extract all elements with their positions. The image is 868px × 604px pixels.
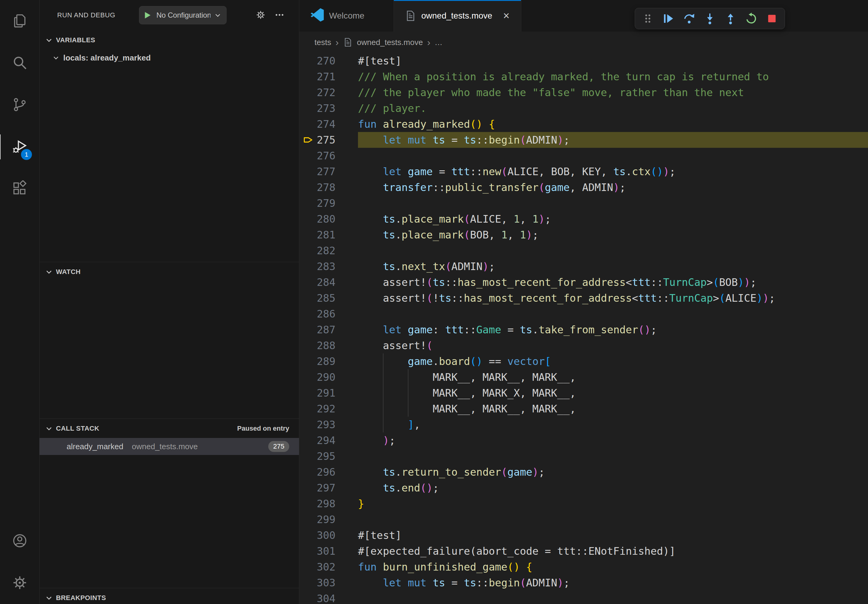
step-into-button[interactable]: [700, 10, 719, 27]
breakpoint-gutter[interactable]: [299, 227, 316, 243]
restart-button[interactable]: [741, 10, 761, 27]
step-out-button[interactable]: [721, 10, 740, 27]
breakpoint-gutter[interactable]: [299, 85, 316, 101]
stop-button[interactable]: [762, 10, 782, 27]
section-breakpoints[interactable]: BREAKPOINTS: [40, 588, 299, 604]
code-line-content[interactable]: ts.place_mark(BOB, 1, 1);: [358, 227, 868, 243]
breadcrumb-symbol[interactable]: …: [435, 38, 443, 47]
section-call-stack[interactable]: CALL STACK Paused on entry: [40, 418, 299, 438]
breadcrumb-folder[interactable]: tests: [315, 38, 331, 47]
code-editor[interactable]: 270#[test]271/// When a position is alre…: [299, 53, 868, 604]
code-line-content[interactable]: MARK__, MARK_X, MARK__,: [358, 385, 868, 401]
breakpoint-gutter[interactable]: [299, 243, 316, 259]
code-line-content[interactable]: ts.return_to_sender(game);: [358, 464, 868, 480]
breakpoint-gutter[interactable]: [299, 575, 316, 591]
breakpoint-gutter[interactable]: [299, 464, 316, 480]
toolbar-gripper[interactable]: [638, 10, 657, 27]
call-stack-frame[interactable]: already_marked owned_tests.move 275: [40, 438, 299, 455]
tab-welcome[interactable]: Welcome: [299, 0, 394, 32]
code-line-content[interactable]: MARK__, MARK__, MARK__,: [358, 369, 868, 385]
breakpoint-gutter[interactable]: [299, 116, 316, 132]
tab-owned-tests-move[interactable]: owned_tests.move ×: [394, 0, 521, 32]
code-line-content[interactable]: #[expected_failure(abort_code = ttt::ENo…: [358, 543, 868, 559]
breakpoint-gutter[interactable]: [299, 417, 316, 432]
step-over-button[interactable]: [679, 10, 699, 27]
breakpoint-gutter[interactable]: [299, 195, 316, 211]
code-line-content[interactable]: fun burn_unfinished_game() {: [358, 559, 868, 575]
close-icon[interactable]: ×: [500, 10, 513, 22]
code-line-content[interactable]: [358, 195, 868, 211]
code-line-content[interactable]: /// When a position is already marked, t…: [358, 69, 868, 85]
code-line-content[interactable]: [358, 306, 868, 322]
code-line-content[interactable]: ts.next_tx(ADMIN);: [358, 259, 868, 274]
breakpoint-gutter[interactable]: [299, 53, 316, 69]
code-line-content[interactable]: ts.place_mark(ALICE, 1, 1);: [358, 211, 868, 227]
breakpoint-gutter[interactable]: [299, 543, 316, 559]
views-more-actions-button[interactable]: [272, 8, 287, 23]
debug-gear-button[interactable]: [253, 8, 268, 23]
code-line-content[interactable]: let mut ts = ts::begin(ADMIN);: [358, 132, 868, 148]
activity-item-source-control[interactable]: [0, 84, 39, 126]
breakpoint-gutter[interactable]: [299, 527, 316, 543]
code-line-content[interactable]: [358, 448, 868, 464]
config-dropdown[interactable]: No Configurations: [157, 11, 211, 19]
section-watch[interactable]: WATCH: [40, 262, 299, 281]
breakpoint-gutter[interactable]: [299, 211, 316, 227]
breakpoint-gutter[interactable]: [299, 69, 316, 85]
breakpoint-gutter[interactable]: [299, 290, 316, 306]
breakpoint-gutter[interactable]: [299, 338, 316, 353]
code-line-content[interactable]: #[test]: [358, 53, 868, 69]
activity-item-explorer[interactable]: [0, 0, 39, 42]
code-line-content[interactable]: assert!(: [358, 338, 868, 353]
breakpoint-gutter[interactable]: [299, 180, 316, 195]
variables-scope-locals[interactable]: locals: already_marked: [40, 50, 299, 66]
breakpoint-gutter[interactable]: [299, 369, 316, 385]
breakpoint-gutter[interactable]: [299, 148, 316, 164]
code-line-content[interactable]: fun already_marked() {: [358, 116, 868, 132]
breakpoint-gutter[interactable]: [299, 353, 316, 369]
code-line-content[interactable]: let mut ts = ts::begin(ADMIN);: [358, 575, 868, 591]
code-line-content[interactable]: assert!(!ts::has_most_recent_for_address…: [358, 290, 868, 306]
breakpoint-gutter[interactable]: [299, 448, 316, 464]
activity-item-extensions[interactable]: [0, 168, 39, 210]
code-line-content[interactable]: #[test]: [358, 527, 868, 543]
activity-item-account[interactable]: [0, 520, 39, 562]
code-line-content[interactable]: [358, 243, 868, 259]
activity-item-settings[interactable]: [0, 562, 39, 604]
code-line-content[interactable]: /// the player who made the "false" move…: [358, 85, 868, 101]
breakpoint-gutter[interactable]: [299, 511, 316, 527]
breakpoint-gutter[interactable]: [299, 101, 316, 116]
code-line-content[interactable]: let game: ttt::Game = ts.take_from_sende…: [358, 322, 868, 338]
code-line-content[interactable]: [358, 148, 868, 164]
breakpoint-gutter[interactable]: [299, 164, 316, 180]
code-line-content[interactable]: }: [358, 496, 868, 511]
code-line-content[interactable]: /// player.: [358, 101, 868, 116]
breakpoint-gutter[interactable]: [299, 559, 316, 575]
code-line-content[interactable]: ],: [358, 417, 868, 432]
breadcrumb-file[interactable]: owned_tests.move: [357, 38, 423, 47]
breakpoint-gutter[interactable]: [299, 401, 316, 417]
code-line-content[interactable]: );: [358, 432, 868, 448]
breakpoint-gutter[interactable]: [299, 259, 316, 274]
code-line-content[interactable]: assert!(ts::has_most_recent_for_address<…: [358, 274, 868, 290]
breakpoint-gutter[interactable]: [299, 480, 316, 496]
breakpoint-gutter[interactable]: [299, 385, 316, 401]
activity-item-run-debug[interactable]: 1: [0, 126, 39, 168]
code-line-content[interactable]: game.board() == vector[: [358, 353, 868, 369]
breakpoint-gutter[interactable]: [299, 306, 316, 322]
breakpoint-gutter[interactable]: [299, 591, 316, 604]
current-stackframe-marker[interactable]: [299, 132, 316, 148]
breakpoint-gutter[interactable]: [299, 322, 316, 338]
continue-button[interactable]: [659, 10, 678, 27]
code-line-content[interactable]: ts.end();: [358, 480, 868, 496]
start-debug-icon[interactable]: [142, 10, 153, 20]
code-line-content[interactable]: transfer::public_transfer(game, ADMIN);: [358, 180, 868, 195]
breakpoint-gutter[interactable]: [299, 432, 316, 448]
code-line-content[interactable]: MARK__, MARK__, MARK__,: [358, 401, 868, 417]
debug-launch-control[interactable]: No Configurations: [139, 6, 226, 24]
code-line-content[interactable]: [358, 511, 868, 527]
breakpoint-gutter[interactable]: [299, 274, 316, 290]
code-line-content[interactable]: let game = ttt::new(ALICE, BOB, KEY, ts.…: [358, 164, 868, 180]
section-variables[interactable]: VARIABLES: [40, 30, 299, 50]
activity-item-search[interactable]: [0, 42, 39, 84]
